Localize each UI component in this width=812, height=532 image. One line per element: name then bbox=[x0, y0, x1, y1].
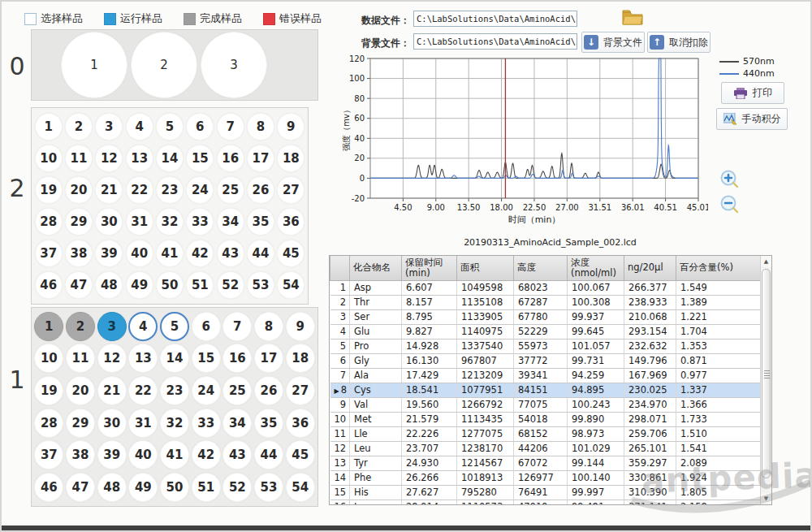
well-1-13[interactable]: 13 bbox=[128, 344, 158, 373]
table-row[interactable]: 13Tyr24.93012145676707299.144359.2972.08… bbox=[330, 456, 762, 470]
manual-integration-button[interactable]: 手动积分 bbox=[716, 108, 788, 130]
well-2-27[interactable]: 27 bbox=[277, 176, 304, 204]
well-2-23[interactable]: 23 bbox=[156, 176, 184, 204]
well-1-22[interactable]: 22 bbox=[128, 376, 158, 405]
well-1-17[interactable]: 17 bbox=[254, 344, 283, 373]
well-2-15[interactable]: 15 bbox=[186, 145, 214, 172]
well-1-21[interactable]: 21 bbox=[97, 376, 127, 405]
well-2-25[interactable]: 25 bbox=[217, 176, 244, 204]
well-2-29[interactable]: 29 bbox=[65, 208, 93, 236]
well-1-34[interactable]: 34 bbox=[222, 409, 252, 438]
well-1-5[interactable]: 5 bbox=[160, 312, 189, 341]
well-1-46[interactable]: 46 bbox=[34, 473, 63, 502]
well-2-8[interactable]: 8 bbox=[247, 113, 274, 141]
well-1-15[interactable]: 15 bbox=[192, 344, 221, 373]
zoom-in-button[interactable] bbox=[719, 169, 740, 189]
well-1-53[interactable]: 53 bbox=[254, 473, 283, 502]
well-2-21[interactable]: 21 bbox=[95, 176, 123, 204]
legend-item[interactable]: 选择样品 bbox=[24, 11, 83, 26]
well-2-33[interactable]: 33 bbox=[186, 208, 214, 236]
well-2-54[interactable]: 54 bbox=[277, 271, 304, 299]
well-2-31[interactable]: 31 bbox=[126, 208, 153, 236]
well-2-43[interactable]: 43 bbox=[217, 240, 244, 267]
well-1-45[interactable]: 45 bbox=[286, 440, 315, 469]
well-1-27[interactable]: 27 bbox=[286, 376, 315, 405]
well-1-52[interactable]: 52 bbox=[222, 473, 252, 502]
well-2-41[interactable]: 41 bbox=[156, 240, 184, 267]
well-1-43[interactable]: 43 bbox=[222, 440, 252, 469]
table-row[interactable]: 12Leu23.707123817044206101.029265.1011.5… bbox=[330, 441, 762, 456]
well-2-45[interactable]: 45 bbox=[277, 240, 304, 267]
table-row[interactable]: 4Glu9.82711409755222999.645293.1541.704 bbox=[330, 324, 762, 339]
scroll-up-arrow[interactable]: ▲ bbox=[761, 256, 771, 267]
well-2-51[interactable]: 51 bbox=[186, 271, 214, 299]
table-row[interactable]: 10Met21.57911134355401899.890298.0711.73… bbox=[330, 412, 762, 426]
zoom-out-button[interactable] bbox=[719, 194, 740, 214]
well-2-17[interactable]: 17 bbox=[247, 145, 274, 172]
bg-file-input[interactable]: C:\LabSolutions\Data\AminoAcid\20190313\… bbox=[413, 33, 577, 50]
well-2-28[interactable]: 28 bbox=[35, 208, 63, 236]
well-1-40[interactable]: 40 bbox=[128, 440, 158, 469]
table-row[interactable]: 2Thr8.157113510867287100.308238.9331.389 bbox=[330, 295, 762, 309]
well-2-3[interactable]: 3 bbox=[95, 113, 123, 141]
well-2-1[interactable]: 1 bbox=[35, 113, 63, 141]
well-1-3[interactable]: 3 bbox=[97, 312, 127, 341]
table-row[interactable]: 5Pro14.928133754055973101.057232.6321.35… bbox=[330, 339, 762, 353]
well-2-12[interactable]: 12 bbox=[95, 145, 123, 172]
well-2-22[interactable]: 22 bbox=[126, 176, 153, 204]
column-header[interactable]: 保留时间 (min) bbox=[402, 256, 457, 280]
well-1-39[interactable]: 39 bbox=[97, 440, 127, 469]
well-1-48[interactable]: 48 bbox=[97, 473, 127, 502]
well-1-35[interactable]: 35 bbox=[254, 409, 283, 438]
well-2-39[interactable]: 39 bbox=[95, 240, 123, 267]
table-row[interactable]: 14Phe26.2661018913126977100.140330.8611.… bbox=[330, 470, 762, 485]
column-header[interactable]: 化合物名 bbox=[350, 256, 402, 280]
well-0-1[interactable]: 1 bbox=[61, 32, 127, 98]
well-2-20[interactable]: 20 bbox=[65, 176, 93, 204]
well-2-38[interactable]: 38 bbox=[65, 240, 93, 267]
well-2-19[interactable]: 19 bbox=[35, 176, 63, 204]
well-1-30[interactable]: 30 bbox=[97, 409, 127, 438]
table-row[interactable]: 3Ser8.79511339056778099.937210.0681.221 bbox=[330, 309, 762, 324]
well-1-12[interactable]: 12 bbox=[97, 344, 127, 373]
well-2-53[interactable]: 53 bbox=[247, 271, 274, 299]
well-1-19[interactable]: 19 bbox=[34, 376, 63, 405]
well-1-47[interactable]: 47 bbox=[66, 473, 95, 502]
scrollbar-thumb[interactable] bbox=[762, 269, 771, 478]
well-2-7[interactable]: 7 bbox=[217, 113, 244, 141]
well-2-37[interactable]: 37 bbox=[35, 240, 63, 267]
well-1-7[interactable]: 7 bbox=[222, 312, 252, 341]
well-1-16[interactable]: 16 bbox=[222, 344, 252, 373]
well-2-32[interactable]: 32 bbox=[156, 208, 184, 236]
well-2-14[interactable]: 14 bbox=[156, 145, 184, 172]
column-header[interactable]: 浓度 (nmol/ml) bbox=[568, 256, 624, 280]
well-1-42[interactable]: 42 bbox=[192, 440, 221, 469]
well-0-3[interactable]: 3 bbox=[201, 32, 267, 98]
well-1-10[interactable]: 10 bbox=[34, 344, 63, 373]
well-1-4[interactable]: 4 bbox=[128, 312, 158, 341]
well-1-20[interactable]: 20 bbox=[66, 376, 95, 405]
column-header[interactable]: ng/20µl bbox=[624, 256, 676, 280]
well-2-40[interactable]: 40 bbox=[126, 240, 153, 267]
well-2-35[interactable]: 35 bbox=[247, 208, 274, 236]
well-2-42[interactable]: 42 bbox=[186, 240, 214, 267]
well-2-9[interactable]: 9 bbox=[277, 113, 304, 141]
well-1-32[interactable]: 32 bbox=[160, 409, 189, 438]
well-2-49[interactable]: 49 bbox=[126, 271, 153, 299]
well-2-52[interactable]: 52 bbox=[217, 271, 244, 299]
table-row[interactable]: 6Gly16.1309678073777299.731149.7960.871 bbox=[330, 353, 762, 368]
table-row[interactable]: 11Lle22.22612770756815298.973259.7061.51… bbox=[330, 426, 762, 441]
well-2-47[interactable]: 47 bbox=[65, 271, 93, 299]
well-1-14[interactable]: 14 bbox=[160, 344, 189, 373]
well-2-30[interactable]: 30 bbox=[95, 208, 123, 236]
well-2-36[interactable]: 36 bbox=[277, 208, 304, 236]
well-2-5[interactable]: 5 bbox=[156, 113, 184, 141]
well-2-18[interactable]: 18 bbox=[277, 145, 304, 172]
legend-item[interactable]: 完成样品 bbox=[184, 11, 242, 26]
scroll-down-arrow[interactable]: ▼ bbox=[761, 493, 771, 504]
well-2-44[interactable]: 44 bbox=[247, 240, 274, 267]
well-1-2[interactable]: 2 bbox=[66, 312, 95, 341]
well-1-49[interactable]: 49 bbox=[128, 473, 158, 502]
browse-folder-button[interactable] bbox=[622, 9, 643, 25]
table-row[interactable]: 15His27.6277952807649199.997310.3901.805 bbox=[330, 485, 762, 500]
